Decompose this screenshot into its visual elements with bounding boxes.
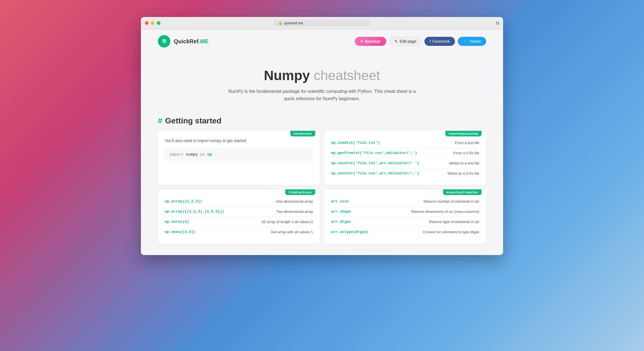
row-code: arr.size	[331, 199, 349, 204]
intro-text: You'll also need to import numpy to get …	[165, 138, 313, 144]
row-code: arr.shape	[331, 209, 351, 214]
row-desc: Returns number of elements in arr	[424, 199, 479, 204]
address-text: quickref.me	[284, 21, 303, 25]
row-desc: Writes to a CSV file	[448, 171, 479, 176]
facebook-icon: f	[430, 39, 431, 44]
traffic-lights	[145, 21, 160, 25]
card-inspecting-properties: Inspecting Properties arr.size Returns n…	[324, 190, 486, 244]
twitter-icon: 🐦	[463, 39, 468, 44]
cards-row-2: Creating Arrays np.array([1,2,3]) One di…	[158, 190, 486, 244]
table-row: np.array([1,2,3]) One dimensional array	[165, 196, 313, 207]
card-creating-arrays: Creating Arrays np.array([1,2,3]) One di…	[158, 190, 320, 244]
hash-symbol: #	[158, 116, 162, 125]
sponsor-button[interactable]: ♥ Sponsor	[355, 37, 386, 46]
row-desc: From a CSV file	[453, 151, 479, 155]
row-desc: From a text file	[455, 141, 479, 145]
row-code: np.loadtxt('file.txt')	[331, 141, 380, 145]
maximize-button[interactable]	[157, 21, 160, 25]
main-content: # Getting started Introduction You'll al…	[141, 111, 503, 255]
table-row: np.genfromtxt('file.csv',delimiter=',') …	[331, 148, 479, 158]
table-row: arr.astype(dtype) Convert arr elements t…	[331, 227, 479, 237]
row-code: np.array([(1,2,3),(4,5,6)])	[165, 209, 224, 214]
row-desc: One dimensional array	[276, 199, 313, 204]
heart-icon: ♥	[360, 39, 363, 44]
row-code: np.savetxt('file.txt',arr,delimiter=' ')	[331, 161, 419, 165]
lock-icon: 🔒	[278, 21, 282, 25]
row-code: np.array([1,2,3])	[165, 199, 202, 204]
nav-buttons: ♥ Sponsor ✎ Edit page f Facebook 🐦 Twitt…	[355, 37, 486, 46]
code-keyword-import: import	[169, 152, 183, 157]
pencil-icon: ✎	[394, 39, 398, 44]
badge-importing-exporting: Importing/exporting	[445, 131, 482, 136]
importing-exporting-table: np.loadtxt('file.txt') From a text file …	[331, 138, 479, 178]
row-code: np.genfromtxt('file.csv',delimiter=',')	[331, 151, 417, 155]
hero-section: Numpy cheatsheet NumPy is the fundamenta…	[141, 53, 503, 111]
row-code: arr.dtype	[331, 220, 351, 224]
close-button[interactable]	[145, 21, 149, 25]
badge-inspecting-properties: Inspecting Properties	[443, 189, 482, 195]
table-row: arr.dtype Returns type of elements in ar…	[331, 217, 479, 227]
row-desc: Writes to a text file	[449, 161, 479, 165]
code-text-numpy: numpy	[186, 152, 200, 157]
logo[interactable]: QuickRef.ME	[158, 35, 209, 48]
row-desc: Convert arr elements to type dtype	[423, 230, 479, 234]
cards-row-1: Introduction You'll also need to import …	[158, 131, 486, 185]
table-row: np.ones((3,4)) 3x4 array with all values…	[165, 227, 313, 237]
section-heading-getting-started: # Getting started	[158, 116, 486, 125]
row-desc: 3x4 array with all values 1	[271, 230, 313, 234]
row-desc: Returns type of elements in arr	[429, 220, 479, 224]
facebook-button[interactable]: f Facebook	[424, 37, 455, 46]
table-row: np.zeros(3) 1D array of length 3 all val…	[165, 217, 313, 227]
row-desc: 1D array of length 3 all values 0	[261, 220, 313, 224]
row-code: np.zeros(3)	[165, 220, 189, 224]
row-desc: Two dimensional array	[276, 209, 313, 214]
table-row: np.savetxt('file.txt',arr,delimiter=' ')…	[331, 158, 479, 168]
titlebar: 🔒 quickref.me ⧉	[141, 17, 503, 29]
twitter-button[interactable]: 🐦 Twitter	[458, 37, 486, 46]
card-introduction: Introduction You'll also need to import …	[158, 131, 320, 185]
page-description: NumPy is the fundamental package for sci…	[223, 88, 421, 102]
code-value-np: np	[207, 152, 212, 157]
table-row: np.array([(1,2,3),(4,5,6)]) Two dimensio…	[165, 207, 313, 217]
page-content: QuickRef.ME ♥ Sponsor ✎ Edit page f Face…	[141, 29, 503, 255]
creating-arrays-table: np.array([1,2,3]) One dimensional array …	[165, 196, 313, 237]
badge-introduction: Introduction	[290, 131, 315, 136]
page-title: Numpy cheatsheet	[158, 68, 486, 83]
table-row: np.loadtxt('file.txt') From a text file	[331, 138, 479, 148]
code-keyword-as: as	[200, 152, 205, 157]
badge-creating-arrays: Creating Arrays	[285, 189, 315, 195]
browser-window: 🔒 quickref.me ⧉ QuickRef.ME ♥ Sponsor	[141, 17, 503, 255]
logo-brand: QuickRef.ME	[174, 38, 209, 45]
row-code: np.ones((3,4))	[165, 230, 196, 234]
site-header: QuickRef.ME ♥ Sponsor ✎ Edit page f Face…	[141, 29, 503, 53]
table-row: arr.shape Returns dimensions of arr (row…	[331, 207, 479, 217]
row-code: np.savetxt('file.csv',arr,delimiter=',')	[331, 171, 419, 176]
minimize-button[interactable]	[151, 21, 154, 25]
row-desc: Returns dimensions of arr (rows,columns)	[411, 209, 479, 214]
address-bar[interactable]: 🔒 quickref.me	[274, 20, 370, 27]
edit-page-button[interactable]: ✎ Edit page	[389, 37, 422, 46]
inspecting-properties-table: arr.size Returns number of elements in a…	[331, 196, 479, 237]
code-block-import: import numpy as np	[165, 148, 313, 161]
table-row: arr.size Returns number of elements in a…	[331, 196, 479, 207]
table-row: np.savetxt('file.csv',arr,delimiter=',')…	[331, 168, 479, 178]
card-importing-exporting: Importing/exporting np.loadtxt('file.txt…	[324, 131, 486, 185]
row-code: arr.astype(dtype)	[331, 230, 369, 234]
window-control-copy[interactable]: ⧉	[496, 21, 499, 26]
logo-icon	[158, 35, 170, 48]
